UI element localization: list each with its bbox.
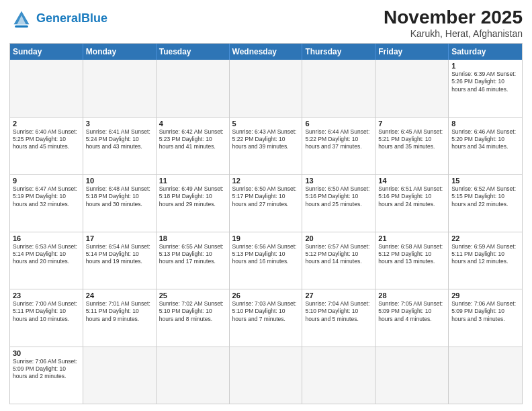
day-cell-13: 13Sunrise: 6:50 AM Sunset: 5:16 PM Dayli… [302,175,375,232]
day-cell-3: 3Sunrise: 6:41 AM Sunset: 5:24 PM Daylig… [83,118,157,175]
day-info: Sunrise: 6:47 AM Sunset: 5:19 PM Dayligh… [13,185,80,208]
day-cell-18: 18Sunrise: 6:55 AM Sunset: 5:13 PM Dayli… [157,232,230,289]
day-number: 28 [378,291,445,300]
day-number: 19 [232,234,300,242]
header-day-tuesday: Tuesday [157,44,230,60]
main-title: November 2025 [384,7,523,28]
day-info: Sunrise: 6:45 AM Sunset: 5:21 PM Dayligh… [378,128,445,151]
day-info: Sunrise: 6:48 AM Sunset: 5:18 PM Dayligh… [86,185,153,208]
header-day-friday: Friday [375,44,449,60]
day-number: 23 [13,291,80,300]
calendar-body: 1Sunrise: 6:39 AM Sunset: 5:26 PM Daylig… [10,60,522,404]
header-day-saturday: Saturday [449,44,522,60]
day-number: 18 [159,234,226,242]
subtitle: Karukh, Herat, Afghanistan [384,28,523,39]
calendar-row-4: 23Sunrise: 7:00 AM Sunset: 5:11 PM Dayli… [10,289,522,347]
title-block: November 2025 Karukh, Herat, Afghanistan [384,7,523,39]
calendar-header: SundayMondayTuesdayWednesdayThursdayFrid… [10,44,522,60]
logo-text: GeneralBlue [36,12,107,26]
day-cell-9: 9Sunrise: 6:47 AM Sunset: 5:19 PM Daylig… [10,175,83,232]
day-number: 20 [305,234,372,242]
day-cell-12: 12Sunrise: 6:50 AM Sunset: 5:17 PM Dayli… [230,175,303,232]
empty-cell-5-6 [449,347,522,404]
day-cell-20: 20Sunrise: 6:57 AM Sunset: 5:12 PM Dayli… [302,232,375,289]
day-cell-26: 26Sunrise: 7:03 AM Sunset: 5:10 PM Dayli… [230,289,303,347]
day-info: Sunrise: 7:02 AM Sunset: 5:10 PM Dayligh… [159,300,226,323]
calendar-row-1: 2Sunrise: 6:40 AM Sunset: 5:25 PM Daylig… [10,117,522,175]
day-info: Sunrise: 6:50 AM Sunset: 5:16 PM Dayligh… [305,185,372,208]
empty-cell-0-5 [375,60,449,117]
day-number: 2 [13,120,80,128]
day-number: 5 [232,120,300,128]
day-cell-2: 2Sunrise: 6:40 AM Sunset: 5:25 PM Daylig… [10,118,83,175]
calendar-row-2: 9Sunrise: 6:47 AM Sunset: 5:19 PM Daylig… [10,174,522,232]
day-cell-27: 27Sunrise: 7:04 AM Sunset: 5:10 PM Dayli… [302,289,375,347]
day-number: 17 [86,234,153,242]
day-number: 12 [232,177,300,185]
day-number: 6 [305,120,372,128]
calendar-row-0: 1Sunrise: 6:39 AM Sunset: 5:26 PM Daylig… [10,60,522,117]
day-number: 15 [451,177,519,185]
empty-cell-5-5 [375,347,449,404]
day-number: 9 [13,177,80,185]
day-cell-14: 14Sunrise: 6:51 AM Sunset: 5:16 PM Dayli… [375,175,449,232]
empty-cell-5-3 [230,347,303,404]
day-cell-22: 22Sunrise: 6:59 AM Sunset: 5:11 PM Dayli… [449,232,522,289]
header-day-wednesday: Wednesday [230,44,303,60]
calendar-row-5: 30Sunrise: 7:06 AM Sunset: 5:09 PM Dayli… [10,347,522,404]
day-info: Sunrise: 6:51 AM Sunset: 5:16 PM Dayligh… [378,185,445,208]
day-cell-21: 21Sunrise: 6:58 AM Sunset: 5:12 PM Dayli… [375,232,449,289]
empty-cell-5-2 [157,347,230,404]
day-number: 26 [232,291,300,300]
header-day-sunday: Sunday [10,44,83,60]
day-number: 4 [159,120,226,128]
day-number: 1 [451,62,519,70]
day-info: Sunrise: 6:54 AM Sunset: 5:14 PM Dayligh… [86,243,153,266]
day-info: Sunrise: 7:03 AM Sunset: 5:10 PM Dayligh… [232,300,300,323]
day-info: Sunrise: 6:57 AM Sunset: 5:12 PM Dayligh… [305,243,372,266]
header: GeneralBlue November 2025 Karukh, Herat,… [9,7,523,39]
empty-cell-0-0 [10,60,83,117]
day-number: 8 [451,120,519,128]
empty-cell-0-4 [302,60,375,117]
day-cell-28: 28Sunrise: 7:05 AM Sunset: 5:09 PM Dayli… [375,289,449,347]
day-number: 30 [13,349,80,357]
day-info: Sunrise: 6:46 AM Sunset: 5:20 PM Dayligh… [451,128,519,151]
day-cell-11: 11Sunrise: 6:49 AM Sunset: 5:18 PM Dayli… [157,175,230,232]
day-cell-15: 15Sunrise: 6:52 AM Sunset: 5:15 PM Dayli… [449,175,522,232]
day-info: Sunrise: 6:39 AM Sunset: 5:26 PM Dayligh… [451,71,519,93]
day-info: Sunrise: 6:49 AM Sunset: 5:18 PM Dayligh… [159,185,226,208]
day-info: Sunrise: 6:44 AM Sunset: 5:22 PM Dayligh… [305,128,372,151]
day-number: 27 [305,291,372,300]
day-cell-24: 24Sunrise: 7:01 AM Sunset: 5:11 PM Dayli… [83,289,157,347]
day-number: 14 [378,177,445,185]
day-cell-16: 16Sunrise: 6:53 AM Sunset: 5:14 PM Dayli… [10,232,83,289]
day-number: 24 [86,291,153,300]
day-info: Sunrise: 6:56 AM Sunset: 5:13 PM Dayligh… [232,243,300,266]
empty-cell-5-4 [302,347,375,404]
day-number: 3 [86,120,153,128]
day-info: Sunrise: 6:52 AM Sunset: 5:15 PM Dayligh… [451,185,519,208]
day-number: 22 [451,234,519,242]
day-info: Sunrise: 6:43 AM Sunset: 5:22 PM Dayligh… [232,128,300,151]
day-info: Sunrise: 6:50 AM Sunset: 5:17 PM Dayligh… [232,185,300,208]
day-info: Sunrise: 6:55 AM Sunset: 5:13 PM Dayligh… [159,243,226,266]
day-info: Sunrise: 7:01 AM Sunset: 5:11 PM Dayligh… [86,300,153,323]
day-info: Sunrise: 7:05 AM Sunset: 5:09 PM Dayligh… [378,300,445,323]
day-cell-25: 25Sunrise: 7:02 AM Sunset: 5:10 PM Dayli… [157,289,230,347]
header-day-thursday: Thursday [302,44,375,60]
day-cell-5: 5Sunrise: 6:43 AM Sunset: 5:22 PM Daylig… [230,118,303,175]
empty-cell-0-1 [83,60,157,117]
day-info: Sunrise: 7:00 AM Sunset: 5:11 PM Dayligh… [13,300,80,323]
page: GeneralBlue November 2025 Karukh, Herat,… [0,0,532,411]
day-info: Sunrise: 6:53 AM Sunset: 5:14 PM Dayligh… [13,243,80,266]
day-number: 16 [13,234,80,242]
day-cell-10: 10Sunrise: 6:48 AM Sunset: 5:18 PM Dayli… [83,175,157,232]
calendar: SundayMondayTuesdayWednesdayThursdayFrid… [9,43,523,404]
day-number: 25 [159,291,226,300]
day-cell-1: 1Sunrise: 6:39 AM Sunset: 5:26 PM Daylig… [449,60,522,117]
day-cell-17: 17Sunrise: 6:54 AM Sunset: 5:14 PM Dayli… [83,232,157,289]
logo-blue: Blue [81,11,107,25]
day-info: Sunrise: 7:06 AM Sunset: 5:09 PM Dayligh… [451,300,519,323]
day-number: 7 [378,120,445,128]
